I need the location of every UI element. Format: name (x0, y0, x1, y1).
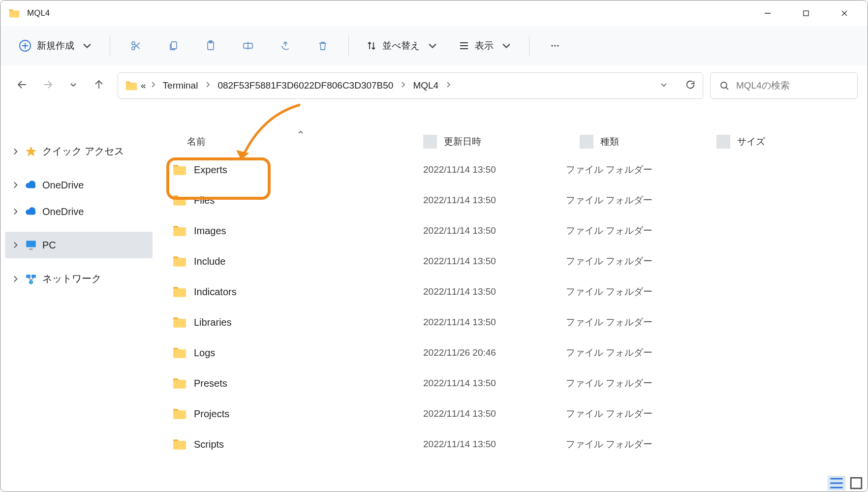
svg-point-7 (132, 47, 135, 50)
chevron-down-icon (81, 40, 93, 52)
new-button[interactable]: 新規作成 (10, 34, 101, 58)
recent-locations-button[interactable] (67, 79, 79, 92)
folder-row[interactable]: Logs2022/11/26 20:46ファイル フォルダー (157, 338, 868, 368)
file-name: Indicators (194, 286, 237, 298)
paste-button[interactable] (194, 35, 227, 57)
chevron-down-icon (67, 79, 79, 91)
thumbnails-view-button[interactable] (847, 476, 865, 491)
column-header-name[interactable]: 名前 (157, 135, 423, 148)
tree-item[interactable]: OneDrive (5, 198, 153, 225)
tree-item-label: OneDrive (42, 206, 84, 217)
file-type: ファイル フォルダー (566, 377, 689, 390)
address-bar[interactable]: « Terminal 082F53F5881F3D6022DF806C3D307… (118, 72, 703, 99)
breadcrumb-item[interactable]: MQL4 (410, 80, 441, 91)
file-type: ファイル フォルダー (566, 407, 689, 420)
up-button[interactable] (93, 79, 105, 92)
more-button[interactable] (538, 35, 572, 57)
back-button[interactable] (16, 79, 28, 92)
folder-row[interactable]: Indicators2022/11/14 13:50ファイル フォルダー (157, 277, 868, 307)
rename-button[interactable] (231, 35, 265, 57)
tree-item[interactable]: PC (5, 232, 153, 258)
file-type: ファイル フォルダー (566, 316, 689, 329)
details-view-button[interactable] (828, 476, 845, 491)
monitor-icon (25, 239, 37, 251)
tree-item-label: ネットワーク (42, 272, 101, 285)
svg-rect-32 (31, 275, 36, 278)
svg-rect-1 (804, 11, 808, 16)
breadcrumb-overflow[interactable]: « (141, 80, 146, 91)
breadcrumb-item[interactable]: Terminal (160, 80, 201, 91)
file-type: ファイル フォルダー (566, 255, 689, 268)
folder-icon (172, 284, 187, 299)
search-icon (719, 81, 729, 91)
tree-item[interactable]: クイック アクセス (5, 138, 153, 165)
folder-row[interactable]: Include2022/11/14 13:50ファイル フォルダー (157, 246, 868, 277)
cloud-icon (25, 179, 37, 191)
file-name: Projects (194, 408, 229, 420)
svg-marker-27 (26, 146, 36, 156)
chevron-right-icon (11, 275, 20, 283)
svg-point-25 (721, 82, 727, 88)
address-history-button[interactable] (659, 80, 668, 92)
folder-row[interactable]: Files2022/11/14 13:50ファイル フォルダー (157, 185, 868, 215)
tree-item-label: クイック アクセス (42, 145, 124, 158)
chevron-right-icon (11, 207, 20, 216)
file-name: Include (194, 256, 226, 267)
svg-point-8 (132, 42, 135, 45)
svg-point-21 (557, 45, 558, 46)
copy-button[interactable] (156, 35, 190, 57)
file-name: Libraries (194, 317, 232, 328)
tree-item[interactable]: ネットワーク (5, 265, 153, 292)
column-header-size[interactable]: サイズ (730, 135, 809, 148)
refresh-button[interactable] (685, 79, 696, 92)
column-headers: 名前 更新日時 種類 サイズ (157, 132, 868, 152)
folder-row[interactable]: Presets2022/11/14 13:50ファイル フォルダー (157, 368, 868, 399)
view-button[interactable]: 表示 (450, 34, 520, 57)
file-type: ファイル フォルダー (566, 163, 689, 176)
minimize-button[interactable] (748, 0, 787, 26)
folder-row[interactable]: Images2022/11/14 13:50ファイル フォルダー (157, 215, 868, 246)
forward-button[interactable] (42, 79, 54, 92)
svg-rect-11 (171, 42, 177, 49)
trash-icon (317, 40, 329, 52)
toolbar: 新規作成 並べ替え 表示 (0, 26, 868, 65)
folder-icon (125, 79, 138, 92)
view-button-label: 表示 (475, 39, 494, 52)
file-name: Presets (194, 378, 227, 389)
svg-line-35 (31, 277, 33, 279)
share-icon (279, 40, 291, 52)
file-date: 2022/11/14 13:50 (423, 378, 566, 389)
folder-row[interactable]: Experts2022/11/14 13:50ファイル フォルダー (157, 154, 868, 185)
svg-point-20 (554, 45, 556, 46)
folder-icon (172, 223, 187, 238)
column-header-date[interactable]: 更新日時 (437, 135, 580, 148)
chevron-right-icon (11, 241, 20, 249)
delete-button[interactable] (306, 35, 340, 57)
folder-icon (8, 7, 20, 19)
tree-item[interactable]: OneDrive (5, 172, 153, 198)
separator (348, 35, 349, 57)
chevron-right-icon (11, 147, 20, 156)
close-button[interactable] (825, 0, 864, 26)
search-placeholder: MQL4の検索 (736, 79, 790, 92)
breadcrumb-item[interactable]: 082F53F5881F3D6022DF806C3D307B50 (215, 80, 396, 91)
folder-row[interactable]: Scripts2022/11/14 13:50ファイル フォルダー (157, 429, 868, 460)
column-header-type[interactable]: 種類 (593, 135, 716, 148)
tree-item-label: PC (42, 240, 56, 251)
share-button[interactable] (269, 35, 302, 57)
folder-row[interactable]: Projects2022/11/14 13:50ファイル フォルダー (157, 399, 868, 429)
svg-rect-29 (26, 247, 36, 248)
cut-button[interactable] (119, 35, 153, 57)
chevron-right-icon (399, 80, 407, 91)
file-date: 2022/11/14 13:50 (423, 286, 566, 297)
sort-button[interactable]: 並べ替え (358, 34, 446, 57)
separator (110, 35, 110, 57)
svg-line-26 (726, 88, 728, 90)
folder-icon (172, 376, 187, 391)
folder-row[interactable]: Libraries2022/11/14 13:50ファイル フォルダー (157, 307, 868, 338)
search-box[interactable]: MQL4の検索 (710, 72, 858, 99)
file-type: ファイル フォルダー (566, 224, 689, 237)
title-bar: MQL4 (0, 0, 868, 26)
file-type: ファイル フォルダー (566, 285, 689, 298)
maximize-button[interactable] (787, 0, 825, 26)
